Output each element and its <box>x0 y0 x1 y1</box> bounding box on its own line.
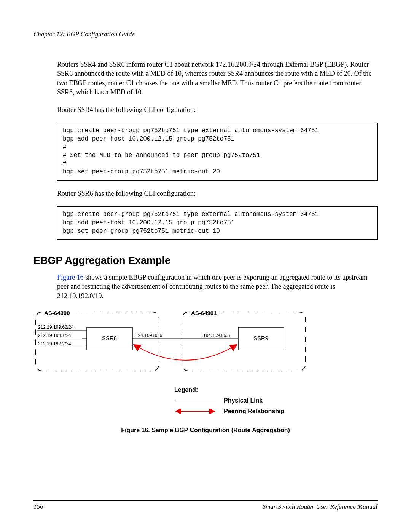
legend-row-physical: Physical Link <box>174 397 378 404</box>
figure-reference-link[interactable]: Figure 16 <box>57 273 84 281</box>
ip-link-left: 194.109.86.6 <box>135 333 162 338</box>
page: Chapter 12: BGP Configuration Guide Rout… <box>0 0 411 532</box>
code-block-ssr6: bgp create peer-group pg752to751 type ex… <box>57 206 378 240</box>
manual-title: SmartSwitch Router User Reference Manual <box>263 503 378 511</box>
paragraph-intro: Routers SSR4 and SSR6 inform router C1 a… <box>57 60 378 97</box>
ip-link-right: 194.109.86.5 <box>203 333 230 338</box>
section-heading: EBGP Aggregation Example <box>33 255 378 267</box>
paragraph-ssr4-intro: Router SSR4 has the following CLI config… <box>57 105 378 114</box>
page-header: Chapter 12: BGP Configuration Guide <box>33 30 378 40</box>
chapter-title: Chapter 12: BGP Configuration Guide <box>33 30 135 38</box>
as-right-label: AS-64901 <box>191 310 217 316</box>
code-block-ssr4: bgp create peer-group pg752to751 type ex… <box>57 123 378 181</box>
legend-physical-line-icon <box>174 401 216 401</box>
router-ssr9-label: SSR9 <box>253 335 268 341</box>
ip-net-2: 212.19.198.1/24 <box>38 333 71 338</box>
network-diagram-svg: AS-64900 AS-64901 SSR8 SSR9 212.19.199.6… <box>33 309 307 377</box>
legend-title: Legend: <box>174 387 378 393</box>
page-number: 156 <box>33 503 43 511</box>
legend-row-peering: Peering Relationship <box>174 408 378 415</box>
legend-physical-label: Physical Link <box>224 397 263 404</box>
legend-peering-arrow-icon <box>174 409 216 414</box>
paragraph-ssr6-intro: Router SSR6 has the following CLI config… <box>57 189 378 198</box>
router-ssr8-label: SSR8 <box>102 335 117 341</box>
as-left-label: AS-64900 <box>44 310 70 316</box>
figure-caption: Figure 16. Sample BGP Configuration (Rou… <box>33 427 378 434</box>
peering-arc <box>134 345 236 360</box>
diagram: AS-64900 AS-64901 SSR8 SSR9 212.19.199.6… <box>33 309 378 379</box>
ip-net-3: 212.19.192.2/24 <box>38 341 71 347</box>
paragraph-figref: Figure 16 shows a simple EBGP configurat… <box>57 273 378 300</box>
ip-net-1: 212.19.199.62/24 <box>38 324 74 330</box>
paragraph-figref-rest: shows a simple EBGP configuration in whi… <box>57 273 367 300</box>
page-footer: 156 SmartSwitch Router User Reference Ma… <box>33 500 378 511</box>
legend-peering-label: Peering Relationship <box>224 408 284 415</box>
legend: Legend: Physical Link <box>174 387 378 415</box>
